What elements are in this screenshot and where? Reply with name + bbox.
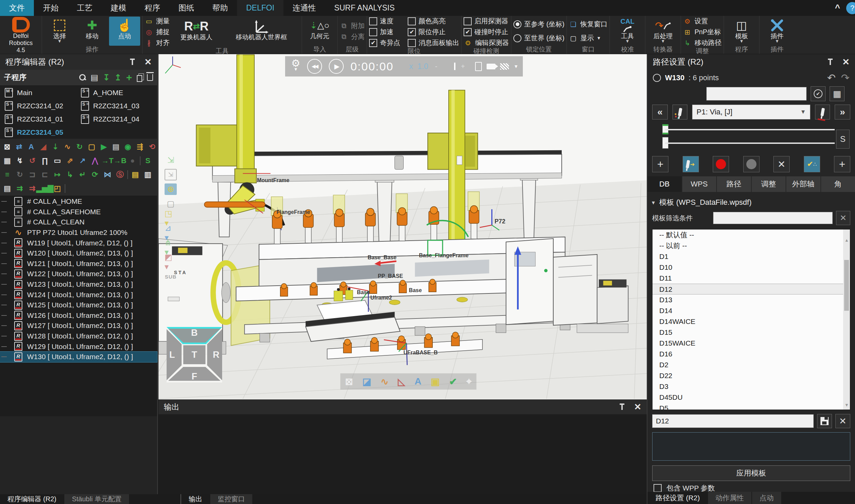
template-item[interactable]: D2 (653, 359, 850, 370)
statement-row[interactable]: W129 [ Utool1, Uframe2, D12, () ] (0, 341, 157, 352)
viewport-tool-icon[interactable]: ◩ ▾ (164, 256, 177, 268)
limit-checkbox[interactable]: 速度 (369, 17, 400, 26)
right-dock-tab[interactable]: 动作属性 (707, 492, 751, 504)
close-icon[interactable]: ✕ (842, 57, 850, 67)
menu-item[interactable]: 文件 (0, 0, 34, 16)
mini-tool-icon[interactable]: ◰ (52, 183, 63, 194)
attach-button[interactable]: ⧉附加 (340, 21, 365, 31)
menu-item[interactable]: 连通性 (283, 0, 325, 16)
mini-tool-icon[interactable]: ▤ (130, 169, 141, 180)
statement-row[interactable]: W127 [ Utool1, Uframe2, D13, () ] (0, 321, 157, 331)
template-item[interactable]: D15WAICE (653, 338, 850, 349)
mini-tool-icon[interactable]: ⊠ (2, 142, 12, 152)
mini-tool-icon[interactable]: ▤ (111, 142, 121, 152)
pin-icon[interactable] (619, 403, 625, 410)
next-point-button[interactable]: » (835, 105, 850, 120)
view-cube[interactable]: B L T R F (166, 327, 222, 382)
statement-row[interactable]: W128 [ Utool1, Uframe2, D12, () ] (0, 331, 157, 342)
mini-tool-icon[interactable]: ▤ (2, 183, 13, 194)
pnp-frame-button[interactable]: ⊞PnP坐标 (683, 28, 722, 37)
point-radio[interactable] (653, 74, 661, 82)
mini-tool-icon[interactable]: ↻ (15, 169, 25, 180)
geometry-button[interactable]: ⇣△○ 几何元 (304, 17, 335, 46)
mini-tool-icon[interactable]: ∏ (40, 155, 50, 166)
statement-row[interactable]: W123 [ Utool1, Uframe2, D13, () ] (0, 279, 157, 290)
statement-row[interactable]: # CALL A_SAFEHOME (0, 207, 157, 217)
template-item[interactable]: D10 (653, 262, 850, 273)
s-button[interactable]: S (836, 130, 850, 149)
menu-item[interactable]: 开始 (34, 0, 68, 16)
move-torch-button[interactable]: ➔ (683, 156, 699, 172)
template-item[interactable]: D15 (653, 327, 850, 338)
template-item[interactable]: D3 (653, 381, 850, 392)
statement-row[interactable]: W124 [ Utool1, Uframe2, D13, () ] (0, 289, 157, 300)
mini-tool-icon[interactable] (140, 156, 141, 165)
viewport-tool-icon[interactable]: ⋔ ▾ (164, 242, 177, 253)
viewport-bottom-icon[interactable]: ✔ (449, 376, 457, 387)
viewport-bottom-icon[interactable]: ⊠ (345, 376, 353, 387)
subprogram-item[interactable]: M Main (5, 86, 81, 99)
position-slider[interactable] (647, 124, 855, 136)
pin-icon[interactable] (827, 58, 833, 65)
template-item[interactable]: D12 (653, 284, 850, 294)
undo-icon[interactable]: ↶ (827, 72, 836, 84)
close-icon[interactable]: ✕ (144, 57, 152, 67)
mini-tool-icon[interactable]: ⇗ (65, 155, 75, 166)
save-template-button[interactable] (817, 414, 832, 428)
viewport-bottom-icon[interactable]: ⌖ (466, 376, 472, 387)
mini-tool-icon[interactable]: ▶ (99, 142, 109, 152)
statement-row[interactable]: # CALL A_CLEAN (0, 217, 157, 228)
subprogram-item[interactable]: S R2ZC3214_04 (81, 112, 157, 126)
mini-tool-icon[interactable]: ⇉ (15, 183, 25, 194)
postprocess-button[interactable]: ↷ 后处理▼ (647, 17, 679, 46)
template-item[interactable]: D1 (653, 251, 850, 262)
prev-point-button[interactable]: « (652, 105, 668, 120)
statement-row[interactable]: W122 [ Utool1, Uframe2, D13, () ] (0, 269, 157, 279)
add-point-before-button[interactable]: + (652, 156, 669, 172)
redo-icon[interactable]: ↷ (841, 72, 850, 84)
settings-tab[interactable]: 路径 (717, 176, 751, 192)
mini-tool-icon[interactable]: ▢ (87, 142, 97, 152)
right-dock-tab[interactable]: 点动 (751, 492, 781, 504)
playback-settings-icon[interactable]: ⚙▼ (291, 60, 300, 73)
edit-detector-button[interactable]: ⚙编辑探测器 (464, 38, 509, 48)
swap-robot-button[interactable]: R⇄R 更换机器人 (171, 18, 222, 47)
rewind-button[interactable]: ◀◀ (307, 59, 322, 74)
menu-item[interactable]: SURF ANALYSIS (325, 0, 404, 16)
mini-tool-icon[interactable]: ⟳ (90, 169, 100, 180)
statement-row[interactable]: W120 [ Utool1, Uframe2, D13, () ] (0, 248, 157, 258)
restore-window-button[interactable]: ❏恢复窗口 (569, 20, 607, 29)
pin-icon[interactable] (129, 58, 136, 65)
settings-tab[interactable]: 外部轴 (786, 176, 820, 192)
left-dock-tab[interactable]: Stäubli 单元配置 (64, 494, 130, 504)
mini-tool-icon[interactable]: A (26, 142, 36, 152)
move-world-frame-button[interactable]: 移动机器人世界框 (223, 18, 300, 47)
limit-checkbox[interactable]: 奇异点 (369, 38, 400, 48)
export-program-icon[interactable]: ↥ (114, 73, 121, 82)
statement-row[interactable]: W130 [ Utool1, Uframe2, D12, () ] (0, 352, 157, 362)
select-button[interactable]: 选择▼ (44, 17, 75, 46)
template-name-input[interactable] (652, 414, 814, 428)
statement-row[interactable]: PTP P72 Utool1 Uframe2 100% (0, 228, 157, 238)
point-table-button[interactable]: ▦ (830, 86, 844, 101)
3d-viewport[interactable]: MountFrame FlangeFrame P72 Base_Base Bas… (159, 54, 647, 399)
mini-tool-icon[interactable]: ↻ (74, 142, 85, 152)
template-item[interactable]: D16 (653, 349, 850, 359)
statement-row[interactable]: W125 [ Utool1, Uframe2, D13, () ] (0, 300, 157, 310)
template-section-header[interactable]: ▼模板 (WPS_DataFile.wpsdf) (647, 192, 855, 210)
limit-checkbox[interactable]: 限位停止 (408, 28, 459, 37)
menu-item[interactable]: 程序 (136, 0, 169, 16)
subprogram-item[interactable]: S R2ZC3214_03 (81, 99, 157, 112)
mini-tool-icon[interactable]: ⇄ (14, 142, 24, 152)
mini-tool-icon[interactable]: ↳ (65, 169, 75, 180)
clear-filter-button[interactable]: ✕ (836, 211, 850, 225)
subprogram-item[interactable]: S R2ZC3214_01 (5, 112, 81, 126)
limit-checkbox[interactable]: 加速 (369, 28, 400, 37)
right-dock-tab[interactable]: 路径设置 (R2) (647, 492, 707, 504)
cal-tool-button[interactable]: CAL 工具▼ (612, 17, 643, 46)
measure-button[interactable]: ▭测量 (145, 17, 170, 26)
point-comment-input[interactable] (706, 87, 806, 101)
mini-tool-icon[interactable]: ↵ (77, 169, 88, 180)
mini-tool-icon[interactable]: ↯ (15, 155, 25, 166)
template-option-checkbox[interactable]: 包含 WPP 参数 (647, 481, 855, 493)
